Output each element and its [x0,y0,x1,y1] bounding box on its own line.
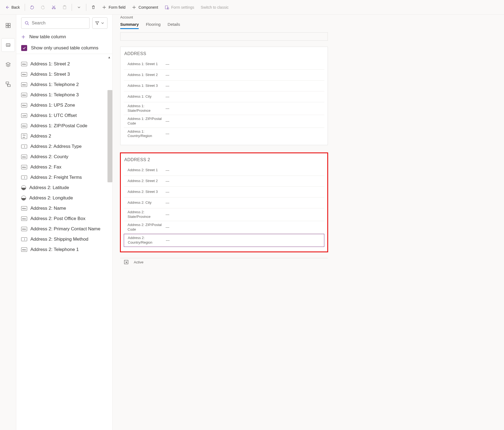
section-title: ADDRESS 2 [121,156,328,165]
form-field-row[interactable]: Address 1: City--- [124,91,324,102]
field-label: Address 1: Street 1 [128,62,166,66]
redo-button[interactable] [38,4,48,11]
svg-rect-8 [6,26,8,28]
column-label: Address 1: Street 3 [30,72,70,77]
type-icon: 123 [21,113,27,118]
form-field-row[interactable]: Address 1: Street 1--- [124,59,324,70]
form-field-row[interactable]: Address 2: Street 2--- [124,176,324,187]
type-icon: Abc [21,124,27,128]
column-item[interactable]: AbcAddress 2: Name [16,203,112,214]
switch-classic-button[interactable]: Switch to classic [198,4,232,11]
paste-button[interactable] [60,4,69,11]
form-section[interactable]: ADDRESS 2Address 2: Street 1---Address 2… [120,153,328,252]
search-icon [25,21,29,25]
arrow-left-icon [5,5,9,9]
column-label: Address 1: Telephone 2 [30,82,79,87]
column-item[interactable]: AbcAddress 1: UPS Zone [16,100,112,110]
toolbar: Back Form field [0,0,504,15]
column-item[interactable]: AbcAddress 1: Telephone 2 [16,79,112,90]
rail-tree[interactable] [2,78,15,91]
search-input[interactable] [32,21,86,26]
column-item[interactable]: Address 2: Longitude [16,193,112,203]
column-item[interactable]: AbcAddress 2: Fax [16,162,112,172]
show-unused-toggle[interactable]: Show only unused table columns [16,42,112,54]
column-item[interactable]: AbcAddress 1: Street 2 [16,59,112,69]
redo-icon [41,5,45,9]
type-icon [21,185,26,190]
chevron-button[interactable] [74,4,84,11]
column-label: Address 2: Freight Terms [30,175,82,180]
column-label: Address 1: ZIP/Postal Code [30,123,87,129]
column-item[interactable]: Address 2: Shipping Method [16,234,112,244]
tab-flooring[interactable]: Flooring [146,22,160,29]
type-icon: Abc [21,227,27,231]
column-item[interactable]: AbcdefAddress 2 [16,131,112,141]
column-item[interactable]: Address 2: Address Type [16,141,112,152]
column-label: Address 2: Fax [30,164,61,170]
chevron-down-icon [100,21,105,25]
form-settings-icon [165,5,169,9]
back-button[interactable]: Back [2,4,23,11]
add-form-field-button[interactable]: Form field [99,4,128,11]
column-item[interactable]: 123Address 1: UTC Offset [16,110,112,121]
section-placeholder[interactable] [120,33,328,41]
form-section[interactable]: ADDRESSAddress 1: Street 1---Address 1: … [120,47,328,145]
scroll-up-arrow[interactable]: ▲ [16,56,112,59]
delete-button[interactable] [88,4,98,11]
form-tabs: SummaryFlooringDetails [120,19,328,33]
column-item[interactable]: AbcAddress 2: Primary Contact Name [16,224,112,234]
form-field-row[interactable]: Address 2: State/Province--- [124,208,324,221]
column-label: Address 2: Telephone 1 [30,247,79,252]
scrollbar-thumb[interactable] [107,90,112,182]
undo-button[interactable] [27,4,37,11]
tab-details[interactable]: Details [168,22,180,29]
column-item[interactable]: AbcAddress 1: ZIP/Postal Code [16,121,112,131]
form-field-row[interactable]: Address 2: ZIP/Postal Code--- [124,221,324,234]
column-label: Address 2: County [30,154,68,160]
cut-button[interactable] [49,4,59,11]
rail-components[interactable] [2,19,15,32]
column-item[interactable]: AbcAddress 1: Street 3 [16,69,112,79]
form-field-row[interactable]: Address 2: Street 1--- [124,165,324,176]
rail-layers[interactable] [2,58,15,71]
filter-icon [95,21,99,25]
field-label: Address 2: Street 1 [128,168,166,173]
type-icon [21,196,26,200]
form-field-row[interactable]: Address 2: City--- [124,198,324,208]
type-icon: Abc [21,216,27,221]
new-column-label: New table column [29,34,66,40]
form-settings-button[interactable]: Form settings [162,4,197,11]
column-label: Address 2: Shipping Method [30,237,88,242]
form-field-row[interactable]: Address 2: Country/Region--- [124,234,324,247]
column-list[interactable]: ▲ AbcAddress 1: Street 2AbcAddress 1: St… [16,54,112,430]
column-item[interactable]: AbcAddress 1: Telephone 3 [16,90,112,100]
field-label: Address 2: Street 2 [128,179,166,183]
form-field-row[interactable]: Address 1: Country/Region--- [124,128,324,140]
type-icon: Abc [21,165,27,169]
form-field-row[interactable]: Address 1: State/Province--- [124,102,324,115]
column-item[interactable]: Address 2: Freight Terms [16,172,112,183]
tab-summary[interactable]: Summary [120,22,139,29]
search-box[interactable] [21,17,90,29]
form-canvas[interactable]: Account SummaryFlooringDetails ADDRESSAd… [113,15,504,430]
cut-icon [52,5,56,9]
filter-button[interactable] [92,17,107,29]
svg-rect-13 [8,85,10,87]
plus-icon [132,5,136,9]
type-icon: Abc [21,62,27,66]
form-field-row[interactable]: Address 2: Street 3--- [124,187,324,198]
field-value: --- [166,225,169,230]
form-field-row[interactable]: Address 1: Street 3--- [124,81,324,91]
column-item[interactable]: AbcAddress 2: County [16,152,112,162]
column-label: Address 2: Address Type [30,144,82,149]
column-item[interactable]: Address 2: Latitude [16,183,112,193]
new-column-button[interactable]: New table column [16,31,112,42]
form-field-row[interactable]: Address 1: Street 2--- [124,70,324,81]
column-item[interactable]: AbcAddress 2: Post Office Box [16,214,112,224]
svg-point-5 [167,8,169,9]
form-field-row[interactable]: Address 1: ZIP/Postal Code--- [124,115,324,128]
add-component-button[interactable]: Component [129,4,161,11]
column-item[interactable]: AbcAddress 2: Telephone 1 [16,244,112,255]
expand-icon[interactable] [124,260,128,264]
rail-columns[interactable]: Abc [2,39,15,52]
